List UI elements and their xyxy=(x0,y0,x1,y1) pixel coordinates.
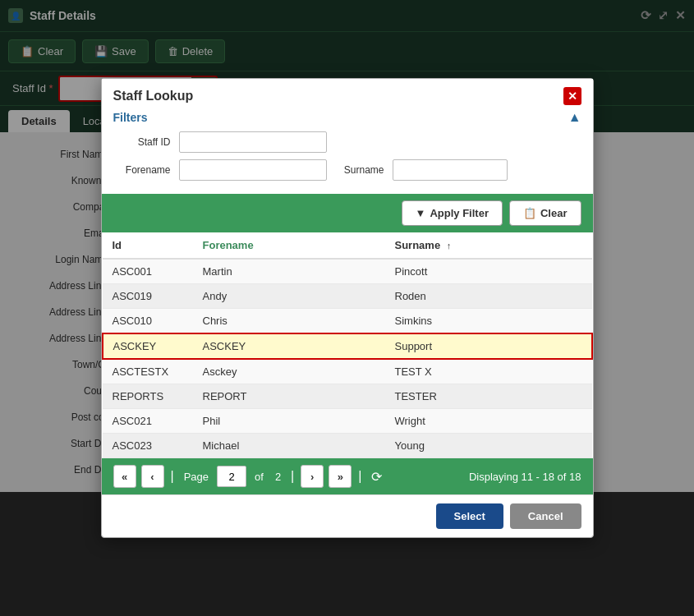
apply-filter-button[interactable]: ▼ Apply Filter xyxy=(402,200,503,226)
page-sep-1: | xyxy=(171,469,174,484)
pagination-refresh-button[interactable]: ⟳ xyxy=(371,469,382,485)
filter-surname-input[interactable] xyxy=(393,159,508,181)
table-row[interactable]: ASC019AndyRoden xyxy=(103,284,592,309)
staff-id-filter-row: Staff ID xyxy=(113,131,581,153)
table-row[interactable]: ASC010ChrisSimkins xyxy=(103,309,592,334)
select-button[interactable]: Select xyxy=(436,503,503,529)
cell-forename: Martin xyxy=(193,259,385,284)
filters-section: Filters ▲ Staff ID Forename Surname xyxy=(102,110,593,194)
forename-surname-filter-row: Forename Surname xyxy=(113,159,581,181)
filters-label: Filters xyxy=(113,111,148,124)
filter-clear-button[interactable]: 📋 Clear xyxy=(509,200,581,226)
pagination-last-button[interactable]: » xyxy=(329,465,352,488)
filters-toggle-icon[interactable]: ▲ xyxy=(568,110,581,125)
table-wrap: Id Forename Surname ↑ ASC001Mart xyxy=(102,232,593,458)
cell-id: ASC001 xyxy=(103,259,193,284)
modal-title: Staff Lookup xyxy=(113,89,194,103)
filter-icon: ▼ xyxy=(416,207,426,219)
display-info: Displaying 11 - 18 of 18 xyxy=(469,471,581,483)
table-header-row: Id Forename Surname ↑ xyxy=(103,232,592,259)
filter-surname-label: Surname xyxy=(335,164,384,176)
filter-forename-label: Forename xyxy=(113,164,171,176)
cell-id: ASCKEY xyxy=(103,333,193,359)
cell-id: REPORTS xyxy=(103,384,193,409)
table-row[interactable]: ASCTESTXAsckeyTEST X xyxy=(103,359,592,384)
cell-id: ASCTESTX xyxy=(103,359,193,384)
col-header-id: Id xyxy=(103,232,193,259)
total-pages: 2 xyxy=(275,471,281,483)
cell-surname: Simkins xyxy=(385,309,592,334)
pagination-bar: « ‹ | Page of 2 | › » | ⟳ Displaying 11 … xyxy=(102,458,593,494)
cell-forename: Andy xyxy=(193,284,385,309)
modal-footer: Select Cancel xyxy=(102,494,593,537)
table-row[interactable]: ASC001MartinPincott xyxy=(103,259,592,284)
staff-lookup-modal: Staff Lookup ✕ Filters ▲ Staff ID Forena… xyxy=(101,78,594,538)
table-row[interactable]: ASC023MichaelYoung xyxy=(103,434,592,458)
modal-close-button[interactable]: ✕ xyxy=(563,87,581,105)
cancel-button[interactable]: Cancel xyxy=(510,503,581,529)
cell-forename: Phil xyxy=(193,409,385,434)
pagination-first-button[interactable]: « xyxy=(113,465,136,488)
modal-title-bar: Staff Lookup ✕ xyxy=(102,79,593,110)
cell-forename: Asckey xyxy=(193,359,385,384)
filters-header: Filters ▲ xyxy=(113,110,581,125)
cell-surname: TESTER xyxy=(385,384,592,409)
staff-table: Id Forename Surname ↑ ASC001Mart xyxy=(102,232,593,458)
page-sep-3: | xyxy=(358,469,361,484)
table-body: ASC001MartinPincottASC019AndyRodenASC010… xyxy=(103,259,592,458)
filter-staff-id-input[interactable] xyxy=(179,131,327,153)
app-window: 👤 Staff Details ⟳ ⤢ ✕ 📋 Clear 💾 Save 🗑 D… xyxy=(0,0,694,616)
cell-id: ASC023 xyxy=(103,434,193,458)
page-number-input[interactable] xyxy=(217,466,246,487)
col-header-surname[interactable]: Surname ↑ xyxy=(385,232,592,259)
cell-forename: ASCKEY xyxy=(193,333,385,359)
table-row[interactable]: ASCKEYASCKEYSupport xyxy=(103,333,592,359)
cell-id: ASC010 xyxy=(103,309,193,334)
table-row[interactable]: ASC021PhilWright xyxy=(103,409,592,434)
cell-surname: Support xyxy=(385,333,592,359)
filter-staff-id-label: Staff ID xyxy=(113,136,171,148)
cell-surname: Wright xyxy=(385,409,592,434)
cell-forename: Chris xyxy=(193,309,385,334)
cell-forename: REPORT xyxy=(193,384,385,409)
clear-filter-icon: 📋 xyxy=(523,207,536,219)
pagination-next-button[interactable]: › xyxy=(301,465,324,488)
page-sep-2: | xyxy=(291,469,294,484)
table-row[interactable]: REPORTSREPORTTESTER xyxy=(103,384,592,409)
filter-forename-input[interactable] xyxy=(179,159,327,181)
cell-id: ASC021 xyxy=(103,409,193,434)
sort-arrow-surname: ↑ xyxy=(447,241,452,251)
cell-id: ASC019 xyxy=(103,284,193,309)
filter-action-bar: ▼ Apply Filter 📋 Clear xyxy=(102,194,593,232)
pagination-prev-button[interactable]: ‹ xyxy=(141,465,164,488)
cell-surname: Roden xyxy=(385,284,592,309)
cell-surname: Pincott xyxy=(385,259,592,284)
modal-overlay: Staff Lookup ✕ Filters ▲ Staff ID Forena… xyxy=(0,0,694,616)
cell-surname: TEST X xyxy=(385,359,592,384)
cell-forename: Michael xyxy=(193,434,385,458)
col-header-forename: Forename xyxy=(193,232,385,259)
of-label: of xyxy=(255,471,264,483)
page-label: Page xyxy=(184,471,209,483)
cell-surname: Young xyxy=(385,434,592,458)
